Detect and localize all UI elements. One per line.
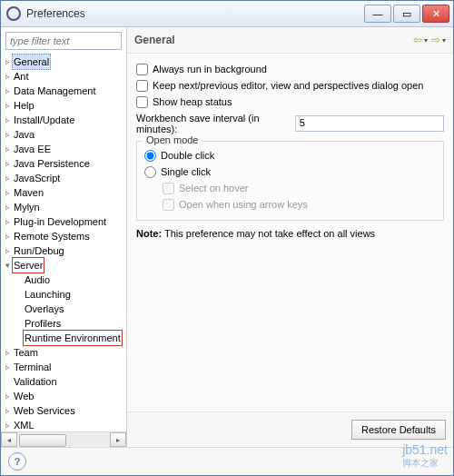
tree-item-data-management[interactable]: ▹Data Management xyxy=(3,84,126,98)
close-button[interactable]: ✕ xyxy=(422,5,449,23)
expand-icon[interactable]: ▹ xyxy=(3,214,12,229)
expand-icon[interactable]: ▹ xyxy=(3,55,12,69)
tree-item-label: Runtime Environment xyxy=(23,330,123,346)
note-text: Note: This preference may not take effec… xyxy=(136,228,444,239)
tree-item-label: Ant xyxy=(12,69,31,84)
tree-item-run-debug[interactable]: ▹Run/Debug xyxy=(3,243,126,258)
forward-button[interactable]: ⇨▾ xyxy=(431,34,446,46)
expand-icon[interactable]: ▹ xyxy=(3,127,12,142)
tree-item-label: Java xyxy=(12,127,36,142)
tree-item-validation[interactable]: Validation xyxy=(3,374,126,389)
filter-input[interactable] xyxy=(5,32,122,50)
expand-icon[interactable]: ▾ xyxy=(3,258,12,273)
restore-defaults-button[interactable]: Restore Defaults xyxy=(351,420,446,440)
tree-item-java-persistence[interactable]: ▹Java Persistence xyxy=(3,156,126,171)
tree-item-label: Plug-in Development xyxy=(12,214,108,229)
tree-item-label: Java EE xyxy=(12,142,53,156)
scroll-thumb[interactable] xyxy=(19,434,66,447)
expand-icon[interactable]: ▹ xyxy=(3,156,12,171)
tree-item-terminal[interactable]: ▹Terminal xyxy=(3,360,126,374)
help-button[interactable]: ? xyxy=(8,452,26,471)
expand-icon[interactable]: ▹ xyxy=(3,200,12,214)
tree-item-general[interactable]: ▹General xyxy=(3,55,126,69)
scroll-left-button[interactable]: ◂ xyxy=(1,432,17,447)
tree-item-plug-in-development[interactable]: ▹Plug-in Development xyxy=(3,214,126,229)
expand-icon[interactable]: ▹ xyxy=(3,243,12,258)
tree-item-label: Data Management xyxy=(12,84,98,98)
tree-item-label: Web xyxy=(12,389,35,403)
always-run-background-checkbox[interactable]: Always run in background xyxy=(136,61,444,77)
expand-icon[interactable]: ▹ xyxy=(3,418,12,431)
expand-icon[interactable]: ▹ xyxy=(3,360,12,374)
expand-icon[interactable]: ▹ xyxy=(3,345,12,360)
tree-item-java[interactable]: ▹Java xyxy=(3,127,126,142)
save-interval-label: Workbench save interval (in minutes): xyxy=(136,113,288,134)
tree-item-server[interactable]: ▾Server xyxy=(3,258,126,273)
expand-icon[interactable]: ▹ xyxy=(3,69,12,84)
tree-item-label: Run/Debug xyxy=(12,243,66,258)
expand-icon[interactable]: ▹ xyxy=(3,142,12,156)
tree-item-javascript[interactable]: ▹JavaScript xyxy=(3,171,126,185)
tree-item-profilers[interactable]: Profilers xyxy=(3,316,126,331)
tree-item-label: Overlays xyxy=(23,302,65,316)
tree-item-label: Mylyn xyxy=(12,200,42,214)
expand-icon[interactable]: ▹ xyxy=(3,84,12,98)
tree-item-label: Remote Systems xyxy=(12,229,92,243)
keep-dialog-open-checkbox[interactable]: Keep next/previous editor, view and pers… xyxy=(136,77,444,94)
show-heap-status-checkbox[interactable]: Show heap status xyxy=(136,94,444,110)
scroll-right-button[interactable]: ▸ xyxy=(110,432,126,447)
tree-item-team[interactable]: ▹Team xyxy=(3,345,126,360)
page-title: General xyxy=(134,34,410,46)
minimize-button[interactable]: — xyxy=(364,5,391,23)
tree-item-label: Team xyxy=(12,345,40,360)
double-click-radio[interactable]: Double click xyxy=(144,147,436,164)
tree-item-runtime-environment[interactable]: Runtime Environment xyxy=(3,331,126,345)
tree-item-web[interactable]: ▹Web xyxy=(3,389,126,403)
tree-item-mylyn[interactable]: ▹Mylyn xyxy=(3,200,126,214)
tree-item-label: Help xyxy=(12,98,36,113)
open-arrow-keys-checkbox: Open when using arrow keys xyxy=(163,196,436,213)
expand-icon[interactable]: ▹ xyxy=(3,389,12,403)
select-on-hover-checkbox: Select on hover xyxy=(163,180,436,196)
tree-item-install-update[interactable]: ▹Install/Update xyxy=(3,113,126,127)
tree-item-ant[interactable]: ▹Ant xyxy=(3,69,126,84)
expand-icon[interactable]: ▹ xyxy=(3,403,12,418)
window-title: Preferences xyxy=(26,7,364,20)
tree-item-overlays[interactable]: Overlays xyxy=(3,302,126,316)
tree-item-maven[interactable]: ▹Maven xyxy=(3,185,126,200)
app-icon xyxy=(6,6,21,21)
tree-item-launching[interactable]: Launching xyxy=(3,287,126,302)
tree-item-help[interactable]: ▹Help xyxy=(3,98,126,113)
expand-icon[interactable]: ▹ xyxy=(3,171,12,185)
tree-item-label: Server xyxy=(12,257,44,273)
expand-icon[interactable]: ▹ xyxy=(3,229,12,243)
tree-item-java-ee[interactable]: ▹Java EE xyxy=(3,142,126,156)
horizontal-scrollbar[interactable]: ◂ ▸ xyxy=(1,431,126,447)
tree-item-label: Launching xyxy=(23,287,73,302)
tree-item-label: XML xyxy=(12,418,36,431)
tree-item-label: Web Services xyxy=(12,403,77,418)
tree-item-label: Validation xyxy=(12,374,59,389)
tree-item-remote-systems[interactable]: ▹Remote Systems xyxy=(3,229,126,243)
single-click-radio[interactable]: Single click xyxy=(144,164,436,180)
back-button[interactable]: ⇦▾ xyxy=(413,34,428,46)
tree-item-label: General xyxy=(12,54,51,70)
expand-icon[interactable]: ▹ xyxy=(3,185,12,200)
tree-item-xml[interactable]: ▹XML xyxy=(3,418,126,431)
tree-item-label: Audio xyxy=(23,273,52,287)
tree-item-web-services[interactable]: ▹Web Services xyxy=(3,403,126,418)
tree-item-label: Maven xyxy=(12,185,45,200)
expand-icon[interactable]: ▹ xyxy=(3,98,12,113)
tree-item-label: JavaScript xyxy=(12,171,62,185)
tree-item-label: Profilers xyxy=(23,316,63,331)
open-mode-legend: Open mode xyxy=(143,134,202,145)
maximize-button[interactable]: ▭ xyxy=(393,5,420,23)
preference-tree[interactable]: ▹General▹Ant▹Data Management▹Help▹Instal… xyxy=(1,53,126,431)
tree-item-label: Java Persistence xyxy=(12,156,92,171)
tree-item-audio[interactable]: Audio xyxy=(3,273,126,287)
expand-icon[interactable]: ▹ xyxy=(3,113,12,127)
save-interval-input[interactable]: 5 xyxy=(295,115,444,132)
tree-item-label: Install/Update xyxy=(12,113,76,127)
tree-item-label: Terminal xyxy=(12,360,54,374)
